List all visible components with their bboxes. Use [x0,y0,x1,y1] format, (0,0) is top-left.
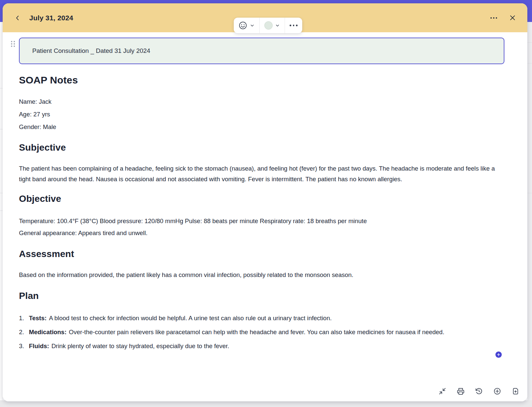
background-right-strip [527,22,532,401]
list-number: 2. [19,327,29,338]
note-content: Patient Consultation _ Dated 31 July 202… [19,38,504,355]
ellipsis-icon [290,25,298,26]
objective-appearance-line: General appearance: Appears tired and un… [19,227,504,239]
collapse-button[interactable] [438,387,446,395]
close-icon [509,14,516,21]
patient-age-line: Age: 27 yrs [19,108,504,121]
ellipsis-icon [490,17,497,19]
printer-icon [457,387,465,395]
subjective-paragraph: The patient has been complaining of a he… [19,163,504,185]
history-icon [475,387,483,395]
list-item-label: Fluids: [29,342,49,349]
plus-icon [497,353,500,356]
plan-list-item: 2. Medications:Over-the-counter pain rel… [19,327,504,338]
chevron-left-icon [14,15,21,21]
callout-block[interactable]: Patient Consultation _ Dated 31 July 202… [19,38,504,64]
objective-heading: Objective [19,193,504,204]
collapse-icon [439,387,446,395]
plus-circle-icon [493,387,501,395]
assessment-paragraph: Based on the information provided, the p… [19,270,504,280]
add-button[interactable] [493,387,501,395]
new-page-button[interactable] [511,387,519,395]
list-item-text: A blood test to check for infection woul… [49,315,332,322]
subjective-heading: Subjective [19,142,504,153]
smiley-face-icon [238,21,247,30]
plan-list-item: 3. Fluids:Drink plenty of water to stay … [19,341,504,351]
toolbar-more-button[interactable] [285,18,302,33]
list-number: 3. [19,341,29,351]
footer-actions [438,387,519,395]
print-button[interactable] [457,387,465,395]
plan-heading: Plan [19,290,504,302]
bottom-fade-overlay [3,368,527,401]
assessment-heading: Assessment [19,248,504,260]
patient-info: Name: Jack Age: 27 yrs Gender: Male [19,95,504,133]
header-actions [489,13,517,23]
background-divider [527,193,532,193]
background-bottom-strip [0,400,532,407]
plan-list: 1. Tests:A blood test to check for infec… [19,313,504,351]
list-item-label: Medications: [29,329,66,336]
daily-note-modal: July 31, 2024 [3,3,527,401]
list-item-text: Over-the-counter pain relievers like par… [69,329,444,336]
background-divider [527,63,532,64]
patient-name-line: Name: Jack [19,95,504,108]
close-button[interactable] [507,13,517,23]
back-button[interactable] [13,13,23,23]
list-item-label: Tests: [29,315,47,322]
emoji-picker-button[interactable] [234,18,259,33]
version-history-button[interactable] [475,387,483,395]
block-drag-handle[interactable] [11,41,15,47]
background-divider [527,42,532,43]
chevron-down-icon [250,23,255,28]
doc-title: SOAP Notes [19,74,504,86]
new-page-icon [512,387,519,395]
modal-title: July 31, 2024 [29,14,73,22]
list-item-text: Drink plenty of water to stay hydrated, … [52,342,229,349]
color-picker-button[interactable] [259,18,285,33]
chevron-down-icon [275,23,280,28]
color-swatch-circle-icon [264,21,273,30]
list-number: 1. [19,313,29,324]
patient-gender-line: Gender: Male [19,121,504,133]
list-item-body: Medications:Over-the-counter pain reliev… [29,327,504,338]
objective-vitals-line: Temperature: 100.4°F (38°C) Blood pressu… [19,215,504,227]
list-item-body: Fluids:Drink plenty of water to stay hyd… [29,341,504,351]
plan-list-item: 1. Tests:A blood test to check for infec… [19,313,504,324]
note-toolbar [234,18,302,33]
callout-text: Patient Consultation _ Dated 31 July 202… [32,47,150,55]
list-item-body: Tests:A blood test to check for infectio… [29,313,504,324]
inline-add-button[interactable] [495,351,502,358]
more-options-button[interactable] [489,13,499,23]
